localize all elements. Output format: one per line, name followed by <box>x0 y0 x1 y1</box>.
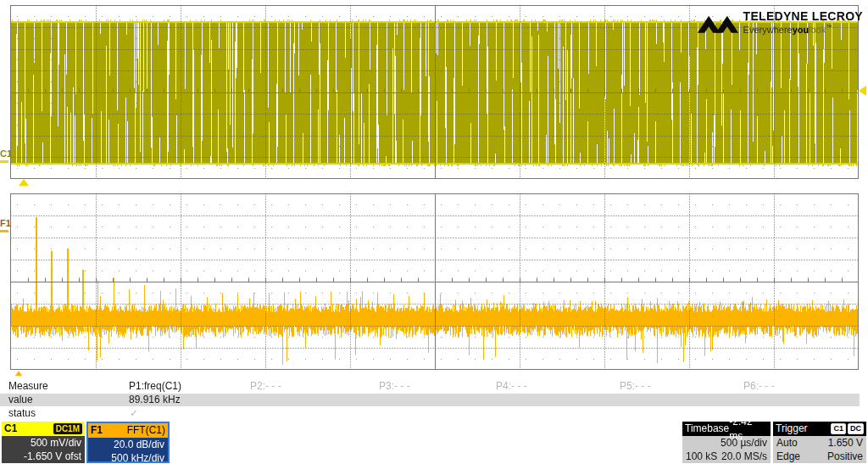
timebase-title: Timebase <box>685 422 729 436</box>
teledyne-arrows-icon <box>696 10 740 39</box>
trigger-slope: Positive <box>827 450 863 463</box>
c1-descriptor-box[interactable]: C1 DC1M 500 mV/div -1.650 V ofst <box>2 422 85 463</box>
measure-p5-header[interactable]: P5:- - - <box>620 380 651 393</box>
timebase-hscale: 500 µs/div <box>721 436 767 450</box>
c1-offset: -1.650 V ofst <box>24 450 81 463</box>
status-row-label: status <box>8 407 36 420</box>
brand-tagline: Everywhereyoulook™ <box>743 22 863 35</box>
trigger-source-badge: C1 <box>831 423 846 434</box>
trigger-title: Trigger <box>776 422 808 436</box>
measure-row-label: Measure <box>8 380 48 393</box>
measure-p3-header[interactable]: P3:- - - <box>379 380 410 393</box>
timebase-samples: 100 kS <box>686 450 717 463</box>
c1-vscale: 500 mV/div <box>31 436 81 450</box>
c1-trace-label[interactable]: C1 <box>0 149 12 159</box>
f1-function: FFT(C1) <box>127 423 165 438</box>
timebase-box[interactable]: Timebase -2.42 ms 500 µs/div 100 kS 20.0… <box>682 422 771 463</box>
trigger-type: Edge <box>776 450 800 463</box>
oscilloscope-screen: C1 F1 TELEDYNE LECROY Everywhereyoulook™… <box>0 0 868 464</box>
f1-hscale: 500 kHz/div <box>111 451 164 464</box>
measure-p1-value: 89.916 kHz <box>129 394 181 406</box>
value-row-label: value <box>8 394 33 406</box>
measure-p1-status-check-icon: ✓ <box>130 407 138 420</box>
trigger-mode: Auto <box>776 436 798 450</box>
measure-p4-header[interactable]: P4:- - - <box>496 380 527 393</box>
trigger-level: 1.650 V <box>828 436 863 450</box>
measure-p1-header[interactable]: P1:freq(C1) <box>129 380 181 393</box>
f1-name: F1 <box>91 423 103 438</box>
trigger-coupling-badge: DC <box>848 423 864 434</box>
f1-vscale: 20.0 dB/div <box>114 438 164 451</box>
measure-p6-header[interactable]: P6:- - - <box>743 380 775 393</box>
f1-descriptor-box[interactable]: F1 FFT(C1) 20.0 dB/div 500 kHz/div <box>86 422 170 463</box>
c1-name: C1 <box>4 422 17 436</box>
brand-name: TELEDYNE LECROY <box>743 10 863 22</box>
trigger-box[interactable]: Trigger C1 DC Auto 1.650 V Edge Positive <box>773 422 866 463</box>
measure-p2-header[interactable]: P2:- - - <box>250 380 281 393</box>
timebase-rate: 20.0 MS/s <box>721 450 767 463</box>
vendor-logo: TELEDYNE LECROY Everywhereyoulook™ <box>696 10 863 39</box>
c1-coupling-badge: DC1M <box>53 423 82 434</box>
f1-trace-label[interactable]: F1 <box>0 219 11 228</box>
